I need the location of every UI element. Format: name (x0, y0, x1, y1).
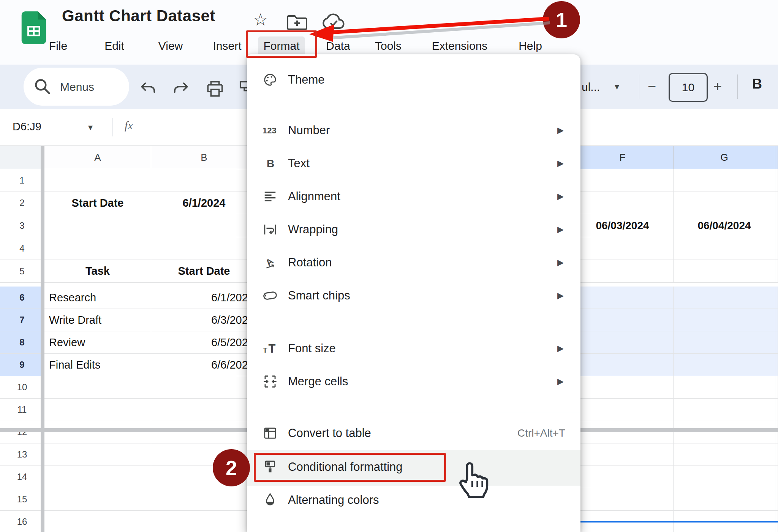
row-header[interactable]: 10 (0, 376, 44, 399)
redo-icon[interactable] (172, 80, 189, 97)
row-header[interactable]: 5 (0, 260, 44, 283)
cell[interactable] (44, 443, 151, 466)
cell-B5[interactable]: Start Date (151, 260, 257, 283)
cloud-saved-icon[interactable] (322, 13, 345, 30)
menu-item-merge-cells[interactable]: Merge cells ▶ (247, 365, 580, 398)
cell-selected[interactable] (572, 287, 674, 309)
cell[interactable] (572, 421, 674, 443)
cell[interactable] (151, 399, 257, 421)
menu-help[interactable]: Help (513, 36, 547, 55)
row-header[interactable]: 15 (0, 488, 44, 511)
row-header[interactable]: 13 (0, 443, 44, 466)
cell-selected[interactable] (674, 354, 775, 376)
cell-A5[interactable]: Task (44, 260, 151, 283)
cell-selected[interactable] (572, 331, 674, 354)
font-dropdown-caret-icon[interactable]: ▾ (615, 81, 619, 92)
cell-A7[interactable]: Write Draft (44, 309, 151, 331)
frozen-column-divider[interactable] (41, 146, 44, 532)
cell[interactable] (44, 376, 151, 399)
column-header-B[interactable]: B (151, 146, 257, 169)
fx-icon[interactable]: fx (125, 119, 133, 132)
cell[interactable] (674, 466, 775, 488)
star-icon[interactable]: ☆ (253, 10, 268, 29)
cell-selected[interactable] (572, 354, 674, 376)
menu-extensions[interactable]: Extensions (427, 36, 493, 55)
row-header[interactable]: 4 (0, 237, 44, 260)
menu-item-number[interactable]: 123 Number ▶ (247, 114, 580, 147)
undo-icon[interactable] (140, 80, 157, 97)
row-header[interactable]: 16 (0, 511, 44, 532)
column-header-F[interactable]: F (572, 146, 674, 169)
row-header[interactable]: 11 (0, 399, 44, 421)
name-box[interactable]: D6:J9 (13, 120, 41, 133)
menu-file[interactable]: File (44, 36, 73, 55)
cell[interactable] (674, 488, 775, 511)
cell[interactable] (572, 192, 674, 214)
cell[interactable] (44, 399, 151, 421)
cell[interactable] (44, 237, 151, 260)
cell[interactable] (151, 488, 257, 511)
cell[interactable] (44, 488, 151, 511)
menu-data[interactable]: Data (321, 36, 355, 55)
cell[interactable] (572, 169, 674, 192)
cell[interactable] (151, 376, 257, 399)
cell[interactable] (572, 260, 674, 283)
menu-item-font-size[interactable]: TT Font size ▶ (247, 332, 580, 365)
cell-B8[interactable]: 6/5/2024 (151, 331, 257, 354)
menu-tools[interactable]: Tools (370, 36, 407, 55)
increase-font-size-button[interactable]: + (713, 78, 722, 95)
cell-B9[interactable]: 6/6/2024 (151, 354, 257, 376)
menu-item-alternating-colors[interactable]: Alternating colors (247, 484, 580, 516)
cell[interactable] (572, 466, 674, 488)
cell[interactable] (674, 169, 775, 192)
font-family-selector[interactable]: ul... (582, 81, 600, 93)
cell-A6[interactable]: Research (44, 287, 151, 309)
bold-button[interactable]: B (752, 76, 762, 92)
menus-search-button[interactable]: Menus (24, 68, 129, 106)
cell-A2[interactable]: Start Date (44, 192, 151, 214)
menu-item-smart-chips[interactable]: Smart chips ▶ (247, 279, 580, 312)
menu-edit[interactable]: Edit (99, 36, 130, 55)
cell[interactable] (674, 376, 775, 399)
cell[interactable] (151, 237, 257, 260)
cell[interactable] (572, 399, 674, 421)
cell[interactable] (572, 237, 674, 260)
menu-item-alignment[interactable]: Alignment ▶ (247, 180, 580, 213)
row-header[interactable]: 3 (0, 214, 44, 237)
menu-item-convert-to-table[interactable]: Convert to table Ctrl+Alt+T (247, 417, 580, 450)
row-header-selected[interactable]: 7 (0, 309, 44, 331)
cell[interactable] (44, 421, 151, 443)
print-icon[interactable] (206, 80, 224, 98)
cell-G3[interactable]: 06/04/2024 (674, 214, 775, 237)
menu-item-text[interactable]: B Text ▶ (247, 147, 580, 180)
row-header-selected[interactable]: 9 (0, 354, 44, 376)
cell[interactable] (44, 214, 151, 237)
row-header[interactable]: 14 (0, 466, 44, 488)
cell-B7[interactable]: 6/3/2024 (151, 309, 257, 331)
column-header-A[interactable]: A (44, 146, 151, 169)
name-box-caret-icon[interactable]: ▾ (88, 122, 93, 133)
cell-selected[interactable] (572, 309, 674, 331)
menu-item-wrapping[interactable]: Wrapping ▶ (247, 213, 580, 246)
move-to-folder-icon[interactable] (287, 14, 307, 30)
select-all-corner[interactable] (0, 146, 44, 169)
row-header-selected[interactable]: 8 (0, 331, 44, 354)
cell-B6[interactable]: 6/1/2024 (151, 287, 257, 309)
cell[interactable] (572, 376, 674, 399)
cell[interactable] (572, 443, 674, 466)
menu-item-rotation[interactable]: A Rotation ▶ (247, 246, 580, 279)
cell-F3[interactable]: 06/03/2024 (572, 214, 674, 237)
cell-selected[interactable] (674, 331, 775, 354)
cell[interactable] (151, 511, 257, 532)
cell[interactable] (674, 260, 775, 283)
cell[interactable] (674, 399, 775, 421)
row-header[interactable]: 12 (0, 421, 44, 443)
cell-A8[interactable]: Review (44, 331, 151, 354)
cell[interactable] (674, 192, 775, 214)
cell[interactable] (674, 421, 775, 443)
cell[interactable] (44, 169, 151, 192)
menu-view[interactable]: View (153, 36, 188, 55)
document-title[interactable]: Gantt Chart Dataset (62, 7, 215, 25)
cell[interactable] (572, 488, 674, 511)
cell[interactable] (674, 443, 775, 466)
